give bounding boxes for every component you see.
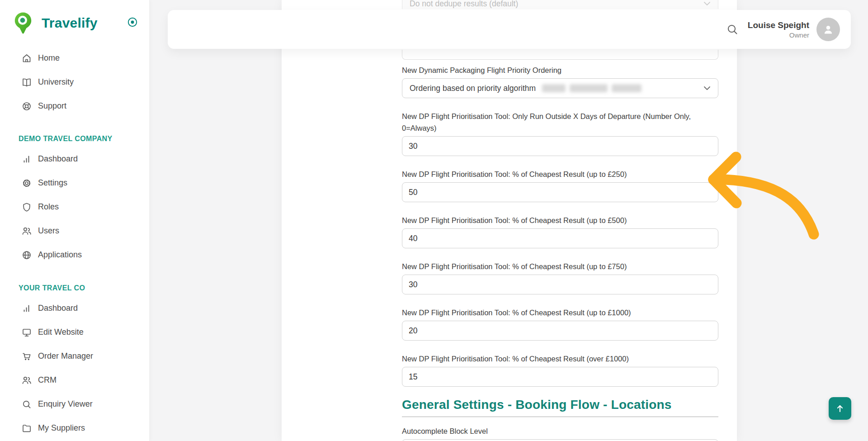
sidebar-item-label: Settings bbox=[38, 178, 67, 188]
home-icon bbox=[21, 53, 33, 64]
cart-icon bbox=[21, 351, 33, 362]
days-of-departure-input[interactable] bbox=[402, 136, 718, 156]
sidebar-item-label: CRM bbox=[38, 375, 57, 385]
field-label: New DP Flight Prioritisation Tool: % of … bbox=[402, 168, 718, 180]
chevron-down-icon bbox=[703, 1, 711, 6]
cut-off-input-bottom bbox=[402, 50, 718, 60]
field-label: New DP Flight Prioritisation Tool: % of … bbox=[402, 307, 718, 318]
sidebar-item-users[interactable]: Users bbox=[0, 219, 149, 243]
sidebar-item-support[interactable]: Support bbox=[0, 94, 149, 118]
cheapest-up-to-500-input[interactable] bbox=[402, 228, 718, 248]
scroll-to-top-button[interactable] bbox=[829, 397, 851, 420]
top-bar: Louise Speight Owner bbox=[168, 10, 851, 49]
field-label: New DP Flight Prioritisation Tool: % of … bbox=[402, 353, 718, 365]
user-role: Owner bbox=[748, 31, 809, 39]
sidebar-item-crm[interactable]: CRM bbox=[0, 368, 149, 392]
search-icon[interactable] bbox=[726, 23, 739, 36]
sidebar-item-label: Edit Website bbox=[38, 327, 84, 337]
logo-row: Travelify bbox=[0, 0, 149, 34]
globe-icon bbox=[21, 250, 33, 261]
bar-chart-icon bbox=[21, 303, 33, 314]
brand-name[interactable]: Travelify bbox=[42, 15, 98, 31]
sidebar-item-applications[interactable]: Applications bbox=[0, 243, 149, 267]
sidebar-item-roles[interactable]: Roles bbox=[0, 195, 149, 219]
settings-content-card: Do not dedupe results (default) New Dyna… bbox=[282, 0, 737, 441]
shield-icon bbox=[21, 202, 33, 213]
sidebar-item-enquiry-viewer[interactable]: Enquiry Viewer bbox=[0, 392, 149, 416]
autocomplete-block-level-select[interactable]: Allow all locations (default) bbox=[402, 439, 718, 441]
cheapest-up-to-750-input[interactable] bbox=[402, 275, 718, 294]
sidebar-item-label: University bbox=[38, 77, 74, 87]
folder-icon bbox=[21, 423, 33, 434]
travelify-logo-pin-icon[interactable] bbox=[14, 12, 33, 34]
monitor-icon bbox=[21, 327, 33, 338]
sidebar-item-label: Support bbox=[38, 101, 66, 111]
sidebar: Travelify Home University bbox=[0, 0, 150, 441]
sidebar-item-university[interactable]: University bbox=[0, 70, 149, 94]
field-label: New Dynamic Packaging Flight Priority Or… bbox=[402, 64, 718, 76]
gear-icon bbox=[21, 178, 33, 189]
bar-chart-icon bbox=[21, 154, 33, 165]
section-divider bbox=[402, 417, 718, 417]
section-heading: General Settings - Booking Flow - Locati… bbox=[402, 398, 718, 412]
cheapest-up-to-250-input[interactable] bbox=[402, 182, 718, 202]
sidebar-item-label: Order Manager bbox=[38, 351, 93, 361]
sidebar-item-label: Dashboard bbox=[38, 303, 78, 313]
dedupe-results-select[interactable]: Do not dedupe results (default) bbox=[402, 0, 718, 9]
sidebar-item-home[interactable]: Home bbox=[0, 46, 149, 70]
cheapest-over-1000-input[interactable] bbox=[402, 367, 718, 387]
sidebar-item-my-suppliers[interactable]: My Suppliers bbox=[0, 416, 149, 440]
user-menu[interactable]: Louise Speight Owner bbox=[748, 20, 809, 39]
user-name: Louise Speight bbox=[748, 20, 809, 30]
life-ring-icon bbox=[21, 101, 33, 112]
redacted-text bbox=[542, 84, 642, 92]
field-label: Autocomplete Block Level bbox=[402, 425, 718, 437]
arrow-up-icon bbox=[835, 403, 845, 414]
sidebar-nav: Home University Support DEMO TRAVEL COMP… bbox=[0, 46, 149, 440]
sidebar-item-label: My Suppliers bbox=[38, 423, 85, 433]
users-icon bbox=[21, 375, 33, 386]
field-label: New DP Flight Prioritisation Tool: % of … bbox=[402, 214, 718, 226]
book-icon bbox=[21, 77, 33, 88]
settings-form: Do not dedupe results (default) New Dyna… bbox=[402, 0, 718, 441]
sidebar-item-label: Users bbox=[38, 226, 59, 236]
sidebar-item-dashboard-yourco[interactable]: Dashboard bbox=[0, 296, 149, 320]
sidebar-item-label: Dashboard bbox=[38, 154, 78, 164]
sidebar-item-label: Enquiry Viewer bbox=[38, 399, 93, 409]
sidebar-section-title: YOUR TRAVEL CO bbox=[19, 284, 149, 292]
users-icon bbox=[21, 226, 33, 237]
sidebar-item-dashboard-demo[interactable]: Dashboard bbox=[0, 147, 149, 171]
sidebar-section-title: DEMO TRAVEL COMPANY bbox=[19, 135, 149, 143]
cheapest-up-to-1000-input[interactable] bbox=[402, 321, 718, 341]
sidebar-item-settings[interactable]: Settings bbox=[0, 171, 149, 195]
sidebar-item-label: Applications bbox=[38, 250, 82, 260]
sidebar-item-order-manager[interactable]: Order Manager bbox=[0, 344, 149, 368]
sidebar-toggle-icon[interactable] bbox=[127, 17, 137, 27]
sidebar-item-edit-website[interactable]: Edit Website bbox=[0, 320, 149, 344]
sidebar-item-label: Roles bbox=[38, 202, 59, 212]
flight-priority-ordering-select[interactable]: Ordering based on priority algorithm bbox=[402, 78, 718, 98]
dedupe-results-select-value: Do not dedupe results (default) bbox=[410, 0, 518, 9]
field-label: New DP Flight Prioritisation Tool: % of … bbox=[402, 261, 718, 272]
cut-off-select-top: Do not dedupe results (default) bbox=[402, 0, 718, 9]
select-value: Ordering based on priority algorithm bbox=[410, 84, 536, 93]
avatar[interactable] bbox=[816, 18, 840, 41]
search-icon bbox=[21, 399, 33, 410]
chevron-down-icon bbox=[703, 86, 711, 90]
field-label: New DP Flight Prioritisation Tool: Only … bbox=[402, 110, 718, 134]
sidebar-item-label: Home bbox=[38, 53, 60, 63]
